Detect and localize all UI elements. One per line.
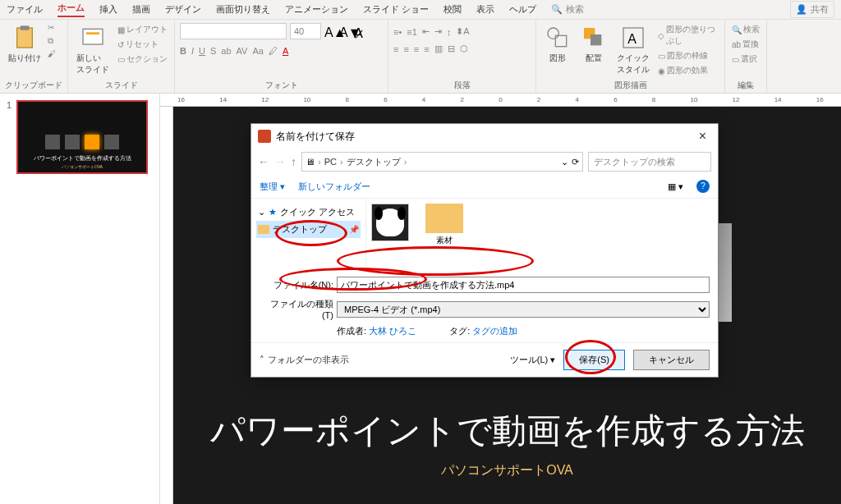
quick-style-button[interactable]: A クイック スタイル (614, 23, 653, 77)
replace-button[interactable]: ab 置換 (730, 38, 761, 51)
dialog-nav: ← → ↑ 🖥 › PC › デスクトップ › ⌄ ⟳ デスクトップの検索 (251, 149, 718, 175)
decrease-font-icon[interactable]: A▼ (339, 25, 351, 37)
spacing-button[interactable]: AV (237, 46, 248, 56)
menu-review[interactable]: 校閲 (443, 3, 462, 16)
indent-right-icon[interactable]: ⇥ (434, 26, 442, 37)
menu-transitions[interactable]: 画面切り替え (216, 3, 270, 16)
select-button[interactable]: ▭ 選択 (730, 53, 761, 66)
cancel-button[interactable]: キャンセル (633, 350, 710, 370)
justify-icon[interactable]: ≡ (424, 44, 429, 54)
help-icon[interactable]: ? (696, 180, 710, 193)
layout-button[interactable]: ▦ レイアウト (116, 23, 169, 36)
svg-rect-3 (86, 32, 99, 34)
menu-help[interactable]: ヘルプ (509, 3, 536, 16)
format-painter-icon[interactable]: 🖌 (48, 49, 59, 61)
path-bar[interactable]: 🖥 › PC › デスクトップ › ⌄ ⟳ (301, 152, 583, 172)
menu-home[interactable]: ホーム (57, 2, 85, 17)
filename-input[interactable] (337, 277, 710, 293)
hide-folders-button[interactable]: ˄ フォルダーの非表示 (260, 354, 349, 366)
font-group-label: フォント (180, 78, 383, 91)
new-folder-button[interactable]: 新しいフォルダー (298, 181, 370, 193)
desktop-tree-item[interactable]: デスクトップ 📌 (256, 221, 361, 238)
quick-access-item[interactable]: ⌄ ★ クイック アクセス (256, 204, 361, 221)
bullets-icon[interactable]: ≡• (393, 27, 402, 37)
shadow-button[interactable]: ab (221, 46, 231, 56)
numbering-icon[interactable]: ≡1 (407, 27, 417, 37)
cut-icon[interactable]: ✂ (48, 23, 59, 34)
close-button[interactable]: × (694, 129, 711, 144)
reset-button[interactable]: ↺ リセット (116, 38, 169, 51)
folder-item[interactable]: 素材 (425, 204, 463, 246)
thumbnail-panel: 1 パワーポイントで動画を作成する方法 パソコンサポートOVA (0, 94, 160, 504)
pin-icon[interactable]: 📌 (349, 225, 359, 234)
section-button[interactable]: ▭ セクション (116, 53, 169, 66)
tag-label: タグ: (449, 326, 470, 336)
clear-format-icon[interactable]: A̷ (354, 25, 365, 37)
menu-view[interactable]: 表示 (476, 3, 494, 16)
menu-animations[interactable]: アニメーション (285, 3, 348, 16)
save-button[interactable]: 保存(S) (563, 350, 625, 370)
share-button[interactable]: 👤 共有 (790, 1, 834, 18)
arrange-button[interactable]: 配置 (577, 23, 610, 66)
path-pc[interactable]: PC (324, 157, 337, 167)
new-slide-button[interactable]: 新しい スライド (73, 23, 113, 77)
align-left-icon[interactable]: ≡ (393, 44, 398, 54)
find-button[interactable]: 🔍 検索 (730, 23, 761, 36)
copy-icon[interactable]: ⧉ (48, 36, 59, 48)
align-right-icon[interactable]: ≡ (414, 44, 419, 54)
tag-value[interactable]: タグの追加 (472, 326, 517, 336)
smartart-icon[interactable]: ⬡ (460, 44, 468, 54)
menu-slideshow[interactable]: スライド ショー (363, 3, 429, 16)
line-spacing-icon[interactable]: ↕ (447, 27, 452, 37)
text-direction-icon[interactable]: ⬍A (456, 26, 469, 37)
menu-draw[interactable]: 描画 (132, 3, 150, 16)
menu-insert[interactable]: 挿入 (99, 3, 117, 16)
highlight-button[interactable]: 🖊 (269, 46, 278, 56)
author-value[interactable]: 大林 ひろこ (369, 326, 416, 336)
view-button[interactable]: ▦ ▾ (668, 181, 683, 192)
indent-left-icon[interactable]: ⇤ (422, 26, 430, 37)
shapes-button[interactable]: 図形 (541, 23, 574, 66)
forward-button[interactable]: → (274, 155, 286, 168)
new-slide-icon (80, 25, 106, 51)
underline-button[interactable]: U (199, 46, 205, 56)
strike-button[interactable]: S (210, 46, 216, 56)
slide-thumbnail[interactable]: パワーポイントで動画を作成する方法 パソコンサポートOVA (16, 100, 148, 174)
shape-outline-button[interactable]: ▭ 図形の枠線 (656, 49, 719, 62)
font-family-select[interactable] (180, 23, 287, 39)
font-size-select[interactable] (290, 23, 321, 39)
filetype-select[interactable]: MPEG-4 ビデオ (*.mp4) (337, 301, 710, 318)
italic-button[interactable]: I (191, 46, 194, 56)
tools-button[interactable]: ツール(L) ▾ (510, 354, 556, 366)
menu-design[interactable]: デザイン (165, 3, 201, 16)
bold-button[interactable]: B (180, 46, 186, 56)
dialog-body: ⌄ ★ クイック アクセス デスクトップ 📌 素材 (251, 198, 718, 272)
slide-subtitle[interactable]: パソコンサポートOVA (441, 462, 573, 479)
search-menu[interactable]: 🔍 検索 (551, 3, 584, 16)
dialog-title: 名前を付けて保存 (276, 130, 355, 144)
path-desktop[interactable]: デスクトップ (347, 156, 401, 168)
up-button[interactable]: ↑ (291, 155, 296, 168)
columns-icon[interactable]: ▥ (434, 44, 443, 54)
shape-effects-button[interactable]: ◉ 図形の効果 (656, 64, 719, 77)
save-dialog: 名前を付けて保存 × ← → ↑ 🖥 › PC › デスクトップ › ⌄ ⟳ デ… (250, 123, 719, 378)
refresh-icon[interactable]: ⟳ (572, 157, 579, 167)
align-text-icon[interactable]: ⊟ (448, 44, 455, 54)
organize-button[interactable]: 整理 ▾ (260, 181, 285, 193)
increase-font-icon[interactable]: A▲ (324, 25, 336, 37)
clipboard-group-label: クリップボード (5, 78, 62, 91)
case-button[interactable]: Aa (252, 46, 263, 56)
paste-button[interactable]: 貼り付け (5, 23, 44, 66)
new-slide-label: 新しい スライド (76, 53, 109, 76)
menu-file[interactable]: ファイル (7, 3, 43, 16)
back-button[interactable]: ← (258, 155, 269, 168)
file-list[interactable]: 素材 (366, 199, 718, 272)
chevron-down-icon[interactable]: ⌄ (561, 157, 568, 167)
folder-search-input[interactable]: デスクトップの検索 (588, 152, 711, 172)
svg-point-4 (548, 28, 558, 39)
shape-fill-button[interactable]: ◇ 図形の塗りつぶし (656, 23, 719, 48)
font-color-button[interactable]: A (283, 46, 288, 56)
slide-title[interactable]: パワーポイントで動画を作成する方法 (210, 408, 805, 454)
file-item[interactable] (371, 204, 409, 241)
align-center-icon[interactable]: ≡ (403, 44, 408, 54)
